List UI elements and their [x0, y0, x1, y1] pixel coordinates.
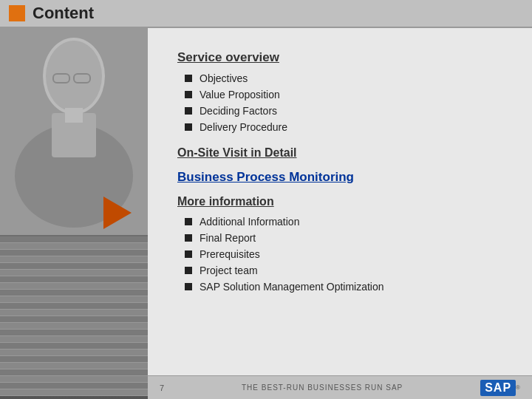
footer-tagline: THE BEST-RUN BUSINESSES RUN SAP	[242, 383, 403, 392]
sap-logo: SAP®	[480, 380, 520, 396]
lines-overlay	[0, 236, 148, 399]
service-overview-list: Objectives Value Proposition Deciding Fa…	[177, 72, 510, 133]
bullet-icon	[185, 91, 192, 98]
bullet-icon	[185, 267, 192, 274]
bpm-title: Business Process Monitoring	[177, 170, 510, 185]
footer: 7 THE BEST-RUN BUSINESSES RUN SAP SAP®	[148, 375, 532, 399]
more-info-title: More information	[177, 195, 510, 208]
page-title: Content	[33, 4, 94, 23]
list-item: SAP Solution Management Optimization	[185, 281, 510, 293]
bullet-icon	[185, 218, 192, 225]
page-number: 7	[160, 383, 164, 392]
service-overview-title: Service overview	[177, 50, 510, 65]
bullet-icon	[185, 75, 192, 82]
list-item: Additional Information	[185, 216, 510, 228]
orange-square-icon	[9, 5, 25, 21]
main-area: Service overview Objectives Value Propos…	[0, 28, 532, 399]
bullet-icon	[185, 234, 192, 242]
sap-logo-text: SAP	[480, 380, 516, 396]
right-panel: Service overview Objectives Value Propos…	[148, 28, 532, 399]
header-bar: Content	[0, 0, 532, 28]
bullet-icon	[185, 107, 192, 115]
list-item: Deciding Factors	[185, 105, 510, 117]
more-info-list: Additional Information Final Report Prer…	[177, 216, 510, 293]
registered-trademark: ®	[516, 384, 520, 391]
arrow-icon	[103, 197, 132, 229]
list-item: Project team	[185, 265, 510, 276]
person-background	[0, 28, 148, 399]
list-item: Objectives	[185, 72, 510, 84]
list-item: Final Report	[185, 232, 510, 244]
bullet-icon	[185, 283, 192, 290]
onsite-title: On-Site Visit in Detail	[177, 146, 510, 160]
bullet-icon	[185, 123, 192, 131]
list-item: Value Proposition	[185, 89, 510, 100]
list-item: Delivery Procedure	[185, 121, 510, 133]
svg-rect-7	[65, 108, 83, 123]
left-panel	[0, 28, 148, 399]
bullet-icon	[185, 250, 192, 258]
list-item: Prerequisites	[185, 248, 510, 260]
